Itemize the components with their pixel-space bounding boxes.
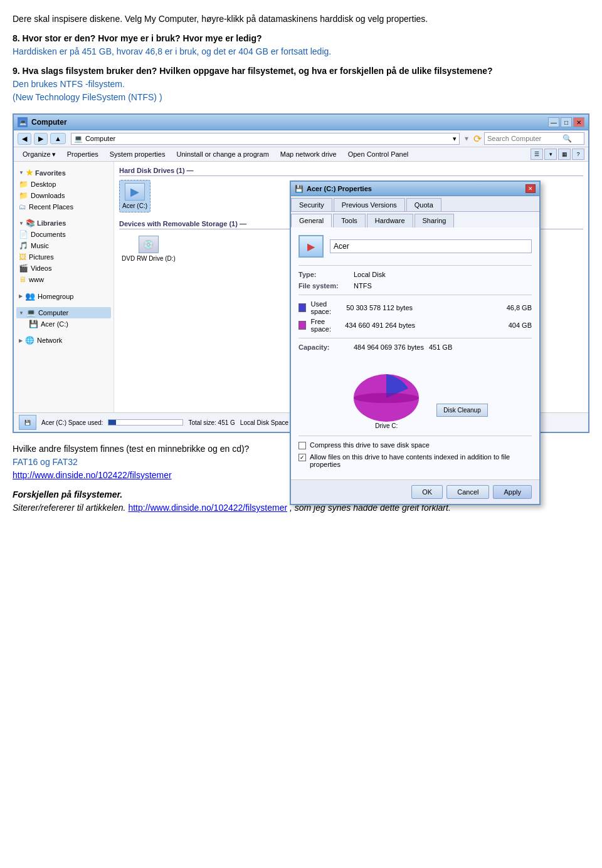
q10-link[interactable]: http://www.dinside.no/102422/filsystemer	[13, 470, 172, 480]
search-icon[interactable]: 🔍	[562, 134, 572, 143]
search-box[interactable]: 🔍	[484, 132, 584, 145]
sidebar-item-computer[interactable]: ▼ 💻 Computer	[16, 307, 111, 318]
explorer-window: 💻 Computer — □ ✕ ◀ ▶ ▲ 💻 Computer ▾ ▾ ⟳ …	[13, 113, 589, 433]
refresh-icon[interactable]: ⟳	[473, 133, 482, 145]
sidebar-item-www[interactable]: 🖥 www	[16, 274, 111, 285]
hard-disk-header: Hard Disk Drives (1) —	[119, 167, 583, 176]
organize-dropdown-icon: ▾	[52, 150, 56, 159]
favorites-expand-icon[interactable]: ▼	[19, 170, 24, 175]
maximize-button[interactable]: □	[561, 117, 572, 127]
sidebar-documents-label: Documents	[31, 231, 66, 238]
tab-security[interactable]: Security	[291, 198, 332, 211]
cancel-button[interactable]: Cancel	[446, 485, 489, 499]
libraries-header: ▼ 📚 Libraries	[16, 217, 111, 229]
dvd-icon-symbol: 💿	[143, 239, 154, 249]
properties-menu[interactable]: Properties	[62, 149, 103, 159]
drive-c-item[interactable]: ▶ Acer (C:)	[119, 180, 150, 212]
apply-button[interactable]: Apply	[493, 485, 532, 499]
q11-header: Forskjellen på filsystemer.	[13, 489, 122, 499]
sidebar-item-network[interactable]: ▶ 🌐 Network	[16, 335, 111, 346]
sidebar-network-label: Network	[37, 337, 62, 344]
uninstall-menu[interactable]: Uninstall or change a program	[171, 149, 273, 159]
tab-sharing[interactable]: Sharing	[415, 214, 455, 227]
ok-button[interactable]: OK	[411, 485, 443, 499]
drive-d-item[interactable]: 💿 DVD RW Drive (D:)	[119, 233, 178, 264]
divider-1	[298, 265, 532, 266]
dialog-close-button[interactable]: ✕	[525, 184, 536, 193]
divider-2	[298, 295, 532, 295]
view-list-button[interactable]: ☰	[531, 149, 543, 160]
dialog-body: Type: Local Disk File system: NTFS Used …	[291, 227, 539, 479]
tab-quota[interactable]: Quota	[406, 198, 441, 211]
map-network-drive-menu[interactable]: Map network drive	[275, 149, 342, 159]
libraries-section: ▼ 📚 Libraries 📄 Documents 🎵 Music 🖼 Pict…	[16, 217, 111, 285]
favorites-label[interactable]: Favorites	[35, 169, 66, 177]
close-window-button[interactable]: ✕	[573, 117, 584, 127]
sidebar-item-documents[interactable]: 📄 Documents	[16, 229, 111, 240]
libraries-label[interactable]: Libraries	[37, 219, 66, 227]
homegroup-expand-icon: ▶	[19, 293, 23, 299]
view-icons-button[interactable]: ▦	[558, 149, 571, 160]
drive-name-input[interactable]	[330, 239, 532, 253]
q11-link[interactable]: http://www.dinside.no/102422/filsystemer	[128, 503, 287, 513]
dialog-drive-icon	[298, 235, 324, 258]
tab-hardware[interactable]: Hardware	[367, 214, 413, 227]
type-label: Type:	[298, 271, 349, 278]
pie-chart: Drive C:	[342, 357, 430, 429]
dialog-title-icon: 💾	[295, 185, 304, 193]
acer-c-icon: 💾	[29, 320, 38, 328]
compress-checkbox[interactable]	[298, 442, 306, 449]
libraries-expand-icon[interactable]: ▼	[19, 221, 24, 226]
address-bar[interactable]: 💻 Computer ▾	[71, 133, 460, 145]
sidebar-desktop-label: Desktop	[31, 180, 56, 188]
dialog-drive-header	[298, 235, 532, 258]
filesystem-field: File system: NTFS	[298, 282, 532, 290]
intro-paragraph: Dere skal inspisere diskene. Velg My Com…	[13, 13, 589, 26]
sidebar-music-label: Music	[31, 242, 49, 249]
statusbar-drive-icon: 💾	[19, 415, 36, 430]
sidebar-www-label: www	[29, 276, 44, 283]
index-label: Allow files on this drive to have conten…	[310, 453, 532, 468]
view-dropdown-button[interactable]: ▾	[544, 149, 557, 160]
drive-c-icon: ▶	[125, 183, 145, 201]
main-content: Hard Disk Drives (1) — ▶ Acer (C:) Devic…	[114, 162, 588, 412]
search-input[interactable]	[487, 135, 562, 142]
sidebar-item-recent-places[interactable]: 🗂 Recent Places	[16, 201, 111, 212]
minimize-button[interactable]: —	[548, 117, 559, 127]
pie-chart-container: Drive C: Disk Cleanup	[298, 357, 532, 429]
tab-general[interactable]: General	[291, 214, 332, 227]
used-color-swatch	[298, 303, 306, 312]
sidebar-item-homegroup[interactable]: ▶ 👥 Homegroup	[16, 290, 111, 302]
system-properties-menu[interactable]: System properties	[105, 149, 171, 159]
disk-cleanup-button[interactable]: Disk Cleanup	[436, 404, 487, 417]
tab-tools[interactable]: Tools	[333, 214, 366, 227]
sidebar-item-pictures[interactable]: 🖼 Pictures	[16, 251, 111, 263]
forward-button[interactable]: ▶	[34, 133, 48, 145]
statusbar-total-label: Total size: 451 G	[188, 419, 235, 426]
organize-menu[interactable]: Organize ▾	[18, 149, 61, 160]
address-bar-dropdown-icon[interactable]: ▾	[453, 135, 457, 143]
tab-previous-versions[interactable]: Previous Versions	[334, 198, 405, 211]
free-gb: 404 GB	[509, 322, 532, 329]
sidebar-item-videos[interactable]: 🎬 Videos	[16, 263, 111, 274]
statusbar-progress-bar	[108, 419, 183, 426]
sidebar-videos-label: Videos	[31, 264, 51, 272]
dialog-titlebar: 💾 Acer (C:) Properties ✕	[291, 182, 539, 196]
up-button[interactable]: ▲	[50, 133, 66, 144]
dialog-footer: OK Cancel Apply	[291, 479, 539, 504]
open-control-panel-menu[interactable]: Open Control Panel	[343, 149, 414, 159]
sidebar-item-music[interactable]: 🎵 Music	[16, 240, 111, 251]
free-details: 434 660 491 264 bytes 404 GB	[345, 322, 532, 329]
sidebar-item-downloads[interactable]: 📁 Downloads	[16, 190, 111, 201]
sidebar-item-acer-c[interactable]: 💾 Acer (C:)	[16, 318, 111, 330]
back-button[interactable]: ◀	[18, 133, 31, 145]
index-checkbox[interactable]	[298, 454, 306, 461]
explorer-toolbar: ◀ ▶ ▲ 💻 Computer ▾ ▾ ⟳ 🔍	[14, 130, 588, 147]
address-bar-text: Computer	[85, 135, 115, 142]
free-label: Free space:	[311, 318, 341, 333]
help-button[interactable]: ?	[572, 149, 584, 160]
sidebar-item-desktop[interactable]: 📁 Desktop	[16, 179, 111, 190]
computer-section: ▼ 💻 Computer 💾 Acer (C:)	[16, 307, 111, 330]
titlebar-controls[interactable]: — □ ✕	[548, 117, 584, 127]
drive-c-label: Acer (C:)	[122, 202, 147, 209]
